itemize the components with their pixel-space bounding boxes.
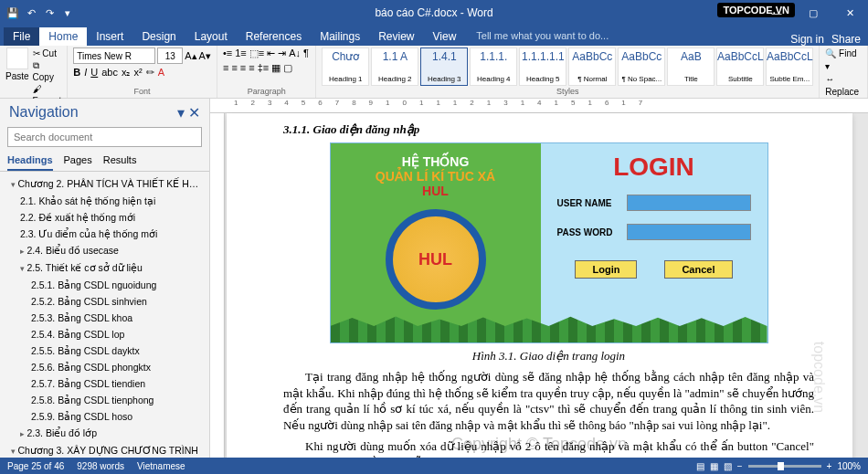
style-heading-4[interactable]: 1.1.1.Heading 4 [470, 47, 517, 86]
shading-icon[interactable]: ▦ [271, 62, 281, 74]
vertical-ruler[interactable] [210, 113, 225, 458]
multilevel-icon[interactable]: ⬚≡ [249, 47, 264, 59]
nav-close-icon[interactable]: ▾ ✕ [177, 104, 200, 121]
view-print-icon[interactable]: ▦ [710, 461, 718, 471]
group-paragraph: •≡ 1≡ ⬚≡ ⇤ ⇥ A↓ ¶ ≡ ≡ ≡ ≡ ‡≡ ▦ ▢ Paragra… [217, 46, 316, 98]
style-heading-3[interactable]: 1.4.1Heading 3 [420, 47, 468, 86]
bold-button[interactable]: B [73, 67, 80, 79]
align-center-icon[interactable]: ≡ [231, 62, 237, 74]
close-icon[interactable]: ✕ [831, 0, 868, 26]
nav-heading-item[interactable]: 2.5.9. Bảng CSDL hoso [7, 408, 206, 425]
underline-button[interactable]: U [90, 67, 98, 79]
sign-in-button[interactable]: Sign in [790, 33, 824, 46]
status-lang[interactable]: Vietnamese [137, 461, 185, 471]
numbering-icon[interactable]: 1≡ [235, 47, 247, 59]
nav-heading-item[interactable]: 2.5.7. Bảng CSDL tiendien [7, 375, 206, 392]
align-left-icon[interactable]: ≡ [223, 62, 228, 74]
view-web-icon[interactable]: ▧ [724, 461, 732, 471]
italic-button[interactable]: I [84, 67, 87, 79]
font-size-select[interactable] [157, 47, 183, 64]
zoom-slider[interactable] [748, 465, 821, 468]
nav-heading-item[interactable]: 2.3. Biểu đồ lớp [7, 425, 206, 442]
tab-view[interactable]: View [424, 27, 466, 46]
font-family-select[interactable] [73, 47, 155, 64]
nav-heading-item[interactable]: 2.5.4. Bảng CSDL lop [7, 326, 206, 342]
cut-button[interactable]: ✂ Cut [33, 47, 62, 59]
fig-login-heading: LOGIN [557, 153, 751, 182]
tab-file[interactable]: File [4, 27, 39, 46]
show-marks-icon[interactable]: ¶ [303, 47, 309, 59]
align-right-icon[interactable]: ≡ [240, 62, 246, 74]
body-paragraph-2: Khi người dùng muốn xóa dữ liệu nhập vô … [283, 438, 814, 458]
tab-layout[interactable]: Layout [185, 27, 237, 46]
style-subtle-em-[interactable]: AaBbCcLSubtle Em... [766, 47, 813, 86]
style-heading-1[interactable]: ChươHeading 1 [322, 47, 369, 86]
fig-password-label: PASS WORD [557, 227, 619, 237]
find-button[interactable]: 🔍 Find ▾ [825, 47, 862, 73]
justify-icon[interactable]: ≡ [249, 62, 254, 74]
nav-heading-item[interactable]: 2.4. Biểu đồ usecase [7, 242, 206, 259]
view-readmode-icon[interactable]: ▤ [696, 461, 704, 471]
style--no-spac-[interactable]: AaBbCc¶ No Spac... [618, 47, 665, 86]
nav-heading-item[interactable]: Chương 2. PHÂN TÍCH VÀ THIẾT KẾ HỆ THỐNG [7, 175, 206, 193]
nav-heading-item[interactable]: 2.5. Thiết kế cơ sở dữ liệu [7, 259, 206, 277]
highlight-button[interactable]: ✏ [146, 67, 154, 79]
navtab-pages[interactable]: Pages [64, 151, 92, 171]
style-heading-5[interactable]: 1.1.1.1.1Heading 5 [519, 47, 566, 86]
style-heading-2[interactable]: 1.1 AHeading 2 [371, 47, 418, 86]
zoom-in-icon[interactable]: + [827, 461, 832, 471]
replace-button[interactable]: ↔ Replace [825, 73, 862, 99]
nav-heading-item[interactable]: 2.2. Đề xuất hệ thống mới [7, 209, 206, 226]
shrink-font-icon[interactable]: A▾ [199, 50, 211, 62]
nav-heading-item[interactable]: 2.5.3. Bảng CSDL khoa [7, 310, 206, 326]
line-spacing-icon[interactable]: ‡≡ [258, 62, 270, 74]
nav-sub-tabs: Headings Pages Results [0, 151, 209, 172]
status-words[interactable]: 9298 words [77, 461, 124, 471]
tab-insert[interactable]: Insert [87, 27, 132, 46]
qat-more-icon[interactable]: ▾ [60, 5, 75, 20]
nav-heading-item[interactable]: Chương 3. XÂY DỰNG CHƯƠNG TRÌNH [7, 442, 206, 458]
grow-font-icon[interactable]: A▴ [185, 50, 196, 62]
decrease-indent-icon[interactable]: ⇤ [267, 47, 275, 59]
borders-icon[interactable]: ▢ [283, 62, 292, 74]
status-bar: Page 25 of 46 9298 words Vietnamese ▤ ▦ … [0, 458, 868, 474]
subscript-button[interactable]: x₂ [122, 67, 131, 79]
maximize-icon[interactable]: ▢ [795, 0, 831, 26]
document-page[interactable]: 3.1.1. Giao diện đăng nhập HỆ THỐNG QUẢN… [227, 113, 852, 458]
zoom-level[interactable]: 100% [837, 461, 861, 471]
style-title[interactable]: AaBTitle [667, 47, 715, 86]
bullets-icon[interactable]: •≡ [223, 47, 232, 59]
strike-button[interactable]: abc [101, 67, 118, 79]
nav-heading-item[interactable]: 2.5.6. Bảng CSDL phongktx [7, 359, 206, 375]
copy-button[interactable]: ⧉ Copy [33, 59, 62, 83]
share-button[interactable]: Share [831, 33, 861, 46]
tab-review[interactable]: Review [369, 27, 423, 46]
tab-design[interactable]: Design [132, 27, 185, 46]
nav-heading-item[interactable]: 2.5.1. Bảng CSDL nguoidung [7, 277, 206, 293]
nav-heading-item[interactable]: 2.5.8. Bảng CSDL tienphong [7, 392, 206, 408]
save-icon[interactable]: 💾 [5, 5, 20, 20]
redo-icon[interactable]: ↷ [42, 5, 57, 20]
navtab-results[interactable]: Results [103, 151, 137, 171]
font-color-button[interactable]: A [158, 67, 164, 79]
sort-icon[interactable]: A↓ [289, 47, 301, 59]
status-page[interactable]: Page 25 of 46 [7, 461, 64, 471]
style--normal[interactable]: AaBbCc¶ Normal [568, 47, 616, 86]
horizontal-ruler[interactable]: 1234567891011121314151617 [210, 99, 868, 113]
tell-me[interactable]: Tell me what you want to do... [476, 30, 609, 41]
search-document-input[interactable] [7, 127, 202, 147]
nav-heading-item[interactable]: 2.1. Khảo sát hệ thống hiện tại [7, 193, 206, 209]
style-subtitle[interactable]: AaBbCcLSubtitle [716, 47, 764, 86]
minimize-icon[interactable]: — [758, 0, 795, 26]
nav-heading-item[interactable]: 2.5.5. Bảng CSDL dayktx [7, 342, 206, 359]
nav-heading-item[interactable]: 2.5.2. Bảng CSDL sinhvien [7, 293, 206, 310]
zoom-out-icon[interactable]: − [737, 461, 743, 471]
navtab-headings[interactable]: Headings [7, 151, 53, 171]
undo-icon[interactable]: ↶ [24, 5, 38, 20]
tab-references[interactable]: References [237, 27, 311, 46]
tab-home[interactable]: Home [39, 27, 87, 46]
superscript-button[interactable]: x² [133, 67, 142, 79]
tab-mailings[interactable]: Mailings [311, 27, 369, 46]
nav-heading-item[interactable]: 2.3. Ưu điểm của hệ thống mới [7, 226, 206, 242]
increase-indent-icon[interactable]: ⇥ [278, 47, 286, 59]
